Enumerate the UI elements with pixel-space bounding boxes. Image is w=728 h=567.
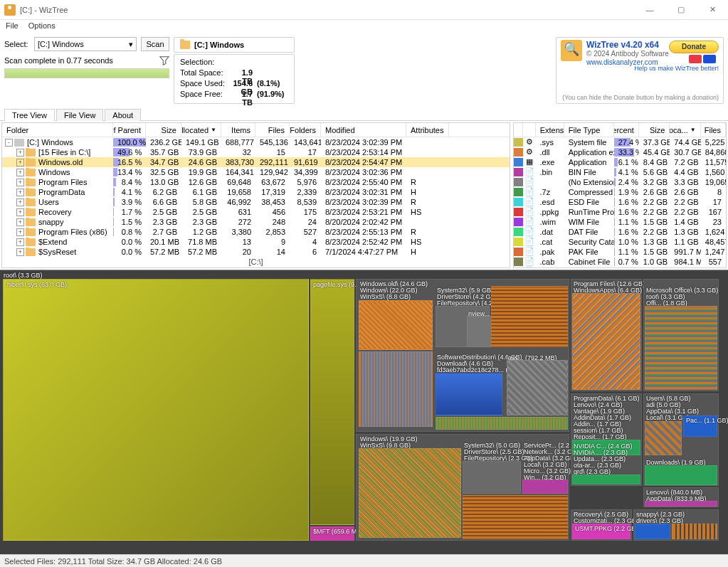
table-row[interactable]: +Program Files (x86)0.8 %2.7 GB1.2 GB3,3… xyxy=(2,227,510,237)
color-swatch xyxy=(514,138,523,147)
table-row[interactable]: 📄.cabCabinet File0.7 %1.0 GB984.1 MB557 xyxy=(514,257,726,267)
filetype-icon: ▦ xyxy=(524,157,534,167)
table-row[interactable]: +Windows13.4 %32.5 GB19.9 GB164,341129,9… xyxy=(2,167,510,177)
table-row[interactable]: 📄.esdESD File1.6 %2.2 GB2.2 GB17 xyxy=(514,197,726,207)
table-row[interactable]: +[15 Files in C:\]49.6 %35.7 GB73.9 GB32… xyxy=(2,147,510,157)
folder-icon xyxy=(26,248,36,256)
close-button[interactable]: ✕ xyxy=(697,0,728,20)
table-row[interactable]: ⚙.dllApplication exte33.3 %45.4 GB30.7 G… xyxy=(514,147,726,157)
expand-toggle[interactable]: - xyxy=(5,139,13,147)
col-allocated[interactable]: Allocated▼ xyxy=(181,123,221,137)
col-items[interactable]: Items xyxy=(221,123,255,137)
table-row[interactable]: 📄.7zCompressed Arc1.9 %2.6 GB2.6 GB8 xyxy=(514,187,726,197)
expand-toggle[interactable]: + xyxy=(16,238,24,246)
payment-cards xyxy=(689,55,716,63)
col-files[interactable]: Files xyxy=(255,123,290,137)
menu-file[interactable]: File xyxy=(6,21,19,33)
col-folders[interactable]: Folders xyxy=(290,123,321,137)
breadcrumb[interactable]: [C:] Windows xyxy=(174,37,295,53)
table-row[interactable]: +ProgramData4.1 %6.2 GB6.1 GB19,65817,31… xyxy=(2,187,510,197)
col-ext-alloc[interactable]: Alloca...▼ xyxy=(670,123,700,137)
filetype-icon: 📄 xyxy=(524,207,534,217)
chevron-down-icon: ▾ xyxy=(129,40,133,49)
expand-toggle[interactable]: + xyxy=(16,159,24,166)
table-row[interactable]: +Users3.9 %6.6 GB5.8 GB46,99238,4538,539… xyxy=(2,197,510,207)
color-swatch xyxy=(514,238,523,246)
folder-icon xyxy=(26,189,36,196)
tm-pagefile[interactable] xyxy=(310,279,354,525)
expand-toggle[interactable]: + xyxy=(16,248,24,256)
expand-toggle[interactable]: + xyxy=(16,208,24,216)
scan-button[interactable]: Scan xyxy=(141,37,169,51)
folder-icon xyxy=(26,179,36,186)
table-row[interactable]: 📄.wimWIM File1.1 %1.5 GB1.4 GB23 xyxy=(514,217,726,227)
color-swatch xyxy=(514,168,523,176)
donate-button[interactable]: Donate xyxy=(669,41,719,53)
col-pct[interactable]: % of Parent xyxy=(113,123,146,137)
table-row[interactable]: 📄.ppkgRunTime Provisi1.6 %2.2 GB2.2 GB16… xyxy=(514,207,726,217)
expand-toggle[interactable]: + xyxy=(16,198,24,206)
col-ext-pct[interactable]: Percent xyxy=(614,123,639,137)
tab-about[interactable]: About xyxy=(105,109,141,121)
folder-name: [15 Files in C:\] xyxy=(38,148,90,157)
col-extension[interactable]: Extension xyxy=(536,123,564,137)
table-row[interactable]: +Recovery1.7 %2.5 GB2.5 GB6314561758/23/… xyxy=(2,207,510,217)
color-swatch xyxy=(514,208,523,216)
folder-name: ProgramData xyxy=(38,188,85,196)
table-row[interactable]: +$Extend0.0 %20.1 MB71.8 MB13948/23/2024… xyxy=(2,237,510,247)
color-swatch xyxy=(514,158,523,166)
tm-mft[interactable] xyxy=(310,526,354,541)
select-label: Select: xyxy=(4,40,30,48)
path-label: [C:\] xyxy=(2,256,510,267)
color-swatch xyxy=(514,248,523,256)
menu-bar: File Options xyxy=(0,20,728,34)
table-row[interactable]: 📄.msiWindows Installe0.6 %886.2 MB886.2 … xyxy=(514,267,726,267)
col-ext-files[interactable]: Files xyxy=(701,123,726,137)
drive-select[interactable]: [C:] Windows ▾ xyxy=(34,37,137,51)
tab-file-view[interactable]: File View xyxy=(56,109,103,121)
col-ext-size[interactable]: Size xyxy=(639,123,670,137)
expand-toggle[interactable]: + xyxy=(16,228,24,236)
folder-icon xyxy=(180,41,190,49)
table-row[interactable]: ⚙.sysSystem file27.4 %37.3 GB74.4 GB5,22… xyxy=(514,137,726,147)
tm-hiberfil[interactable] xyxy=(3,279,309,541)
table-row[interactable]: 📄(No Extension)2.4 %3.2 GB3.3 GB19,065 xyxy=(514,177,726,187)
col-icon[interactable] xyxy=(523,123,535,137)
filter-icon[interactable] xyxy=(159,55,169,65)
tab-tree-view[interactable]: Tree View xyxy=(4,109,55,121)
mastercard-icon xyxy=(689,55,702,63)
expand-toggle[interactable]: + xyxy=(16,218,24,226)
table-row[interactable]: 📄.pakPAK File1.1 %1.5 GB991.7 MB1,247 xyxy=(514,247,726,257)
drive-icon xyxy=(14,139,24,147)
folder-name: Windows.old xyxy=(38,158,83,166)
maximize-button[interactable]: ▢ xyxy=(665,0,697,20)
extension-grid: Extension File Type Percent Size Alloca.… xyxy=(513,122,727,268)
expand-toggle[interactable]: + xyxy=(16,169,24,176)
filetype-icon: 📄 xyxy=(524,167,534,177)
expand-toggle[interactable]: + xyxy=(16,189,24,196)
table-row[interactable]: +Program Files8.4 %13.0 GB12.6 GB69,6486… xyxy=(2,177,510,187)
col-filetype[interactable]: File Type xyxy=(564,123,614,137)
table-row[interactable]: ▦.exeApplication6.1 %8.4 GB7.2 GB11,575 xyxy=(514,157,726,167)
table-row[interactable]: 📄.binBIN File4.1 %5.6 GB4.4 GB1,560 xyxy=(514,167,726,177)
col-swatch[interactable] xyxy=(514,123,523,137)
col-size[interactable]: Size xyxy=(146,123,181,137)
filetype-icon: ⚙ xyxy=(524,137,534,147)
menu-options[interactable]: Options xyxy=(28,21,56,33)
table-row[interactable]: +Windows.old16.5 %34.7 GB24.6 GB383,7302… xyxy=(2,157,510,167)
col-attributes[interactable]: Attributes xyxy=(406,123,449,137)
table-row[interactable]: 📄.catSecurity Catalog1.0 %1.3 GB1.1 GB48… xyxy=(514,237,726,247)
col-modified[interactable]: Modified xyxy=(321,123,406,137)
expand-toggle[interactable]: + xyxy=(16,149,24,157)
table-row[interactable]: +snappy1.5 %2.3 GB2.3 GB272248248/20/202… xyxy=(2,217,510,227)
table-row[interactable]: +$SysReset0.0 %57.2 MB57.2 MB201467/1/20… xyxy=(2,247,510,256)
minimize-button[interactable]: — xyxy=(634,0,665,20)
expand-toggle[interactable]: + xyxy=(16,179,24,186)
filetype-icon: 📄 xyxy=(524,267,534,267)
color-swatch xyxy=(514,188,523,196)
table-row[interactable]: 📄.datDAT File1.6 %2.2 GB1.3 GB1,624 xyxy=(514,227,726,237)
color-swatch xyxy=(514,178,523,186)
treemap[interactable]: root\ (3.3 GB) hiberfil.sys (63.0 GB) pa… xyxy=(0,270,728,554)
col-folder[interactable]: Folder xyxy=(2,123,113,137)
table-row[interactable]: -[C:] Windows100.0 %236.2 GB149.1 GB688,… xyxy=(2,137,510,147)
